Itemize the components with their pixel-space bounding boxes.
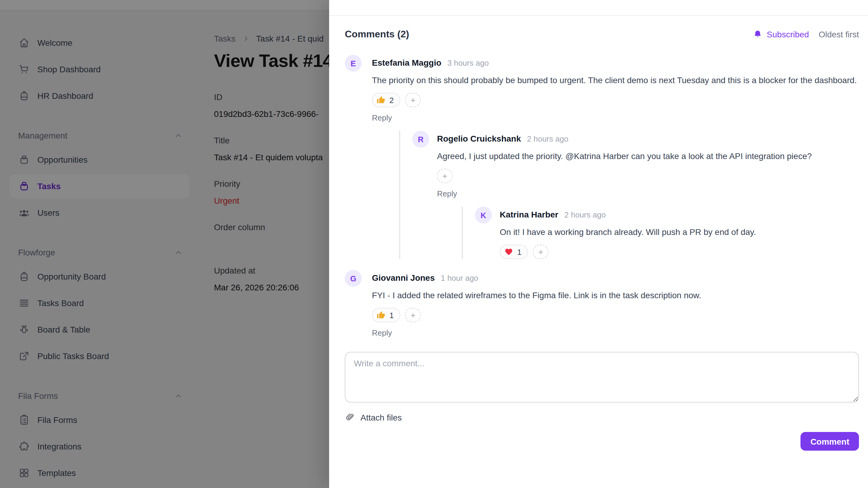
attach-files-label: Attach files	[361, 412, 402, 422]
comment: G Giovanni Jones 1 hour ago FYI - I adde…	[345, 270, 859, 337]
comment-timestamp: 3 hours ago	[447, 56, 489, 71]
comment-reply: R Rogelio Cruickshank 2 hours ago Agreed…	[412, 131, 859, 259]
comment-submit-button[interactable]: Comment	[801, 432, 859, 451]
reaction-pill[interactable]: 2	[372, 93, 400, 107]
reply-link[interactable]: Reply	[437, 189, 457, 198]
sort-order-button[interactable]: Oldest first	[818, 30, 859, 39]
reply-link[interactable]: Reply	[372, 328, 392, 337]
subscribed-label: Subscribed	[767, 30, 809, 39]
reactions-row: 2 +	[372, 93, 859, 107]
drawer-header: Comments (2) Subscribed Oldest first	[345, 28, 859, 41]
screen: Welcome Shop Dashboard HR Dashboard Mana…	[0, 0, 868, 488]
add-reaction-button[interactable]: +	[405, 308, 421, 322]
thumbs-up-emoji	[377, 96, 385, 104]
reaction-pill[interactable]: 1	[500, 245, 528, 259]
avatar: E	[345, 55, 362, 72]
avatar: K	[475, 207, 492, 224]
replies-thread: K Katrina Harber 2 hours ago On it! I ha…	[462, 207, 859, 259]
comment-composer: Attach files Comment	[345, 352, 859, 451]
add-reaction-button[interactable]: +	[405, 93, 421, 107]
bell-icon	[753, 30, 763, 39]
comments-drawer: Comments (2) Subscribed Oldest first E E…	[329, 0, 868, 488]
avatar: G	[345, 270, 362, 287]
reactions-row: 1 +	[500, 245, 859, 259]
comment-header: Katrina Harber 2 hours ago	[500, 207, 859, 223]
drawer-body: Comments (2) Subscribed Oldest first E E…	[329, 16, 868, 451]
submit-row: Comment	[345, 432, 859, 451]
comment-author: Giovanni Jones	[372, 270, 435, 286]
reactions-row: +	[437, 169, 859, 183]
heart-emoji	[504, 248, 513, 256]
comment-author: Katrina Harber	[500, 207, 558, 222]
stage: Welcome Shop Dashboard HR Dashboard Mana…	[0, 0, 868, 488]
reaction-count: 1	[517, 247, 521, 256]
add-reaction-button[interactable]: +	[437, 169, 453, 183]
attach-files-button[interactable]: Attach files	[345, 412, 402, 422]
subscribed-button[interactable]: Subscribed	[753, 30, 809, 39]
comment-input[interactable]	[345, 352, 859, 402]
comment-header: Estefania Maggio 3 hours ago	[372, 55, 859, 71]
reaction-count: 2	[390, 96, 394, 104]
drawer-top-bar	[329, 0, 868, 16]
comment-body: The priority on this should probably be …	[372, 74, 859, 87]
reaction-count: 1	[390, 311, 394, 320]
reply-link[interactable]: Reply	[372, 113, 392, 122]
comment-reply: K Katrina Harber 2 hours ago On it! I ha…	[475, 207, 859, 259]
comment-body: FYI - I added the related wireframes to …	[372, 289, 859, 302]
comment-author: Rogelio Cruickshank	[437, 131, 521, 147]
avatar: R	[412, 131, 429, 148]
comment-header: Rogelio Cruickshank 2 hours ago	[437, 131, 859, 147]
comment-timestamp: 2 hours ago	[564, 207, 606, 223]
replies-thread: R Rogelio Cruickshank 2 hours ago Agreed…	[399, 131, 859, 259]
thumbs-up-emoji	[377, 311, 385, 319]
add-reaction-button[interactable]: +	[533, 245, 549, 259]
reactions-row: 1 +	[372, 308, 859, 322]
paperclip-icon	[345, 412, 355, 422]
comments-list: E Estefania Maggio 3 hours ago The prior…	[345, 55, 859, 337]
comment-timestamp: 2 hours ago	[527, 131, 568, 147]
drawer-controls: Subscribed Oldest first	[753, 30, 859, 39]
comment-body: Agreed, I just updated the priority. @Ka…	[437, 150, 859, 163]
comment-body: On it! I have a working branch already. …	[500, 226, 859, 238]
comment-header: Giovanni Jones 1 hour ago	[372, 270, 859, 286]
reaction-pill[interactable]: 1	[372, 308, 400, 322]
comment-timestamp: 1 hour ago	[441, 270, 478, 286]
comment: E Estefania Maggio 3 hours ago The prior…	[345, 55, 859, 259]
comments-title: Comments (2)	[345, 29, 409, 40]
comment-author: Estefania Maggio	[372, 55, 441, 70]
